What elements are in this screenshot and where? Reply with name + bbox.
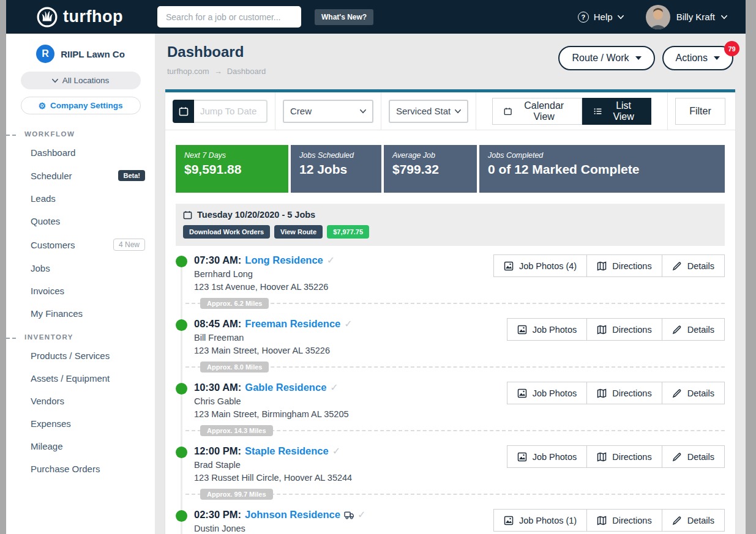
miles-badge: Approx. 6.2 Miles (200, 298, 269, 309)
sidebar-item-leads[interactable]: Leads (6, 187, 155, 210)
download-work-orders-button[interactable]: Download Work Orders (183, 225, 270, 239)
stat-next-7-days: Next 7 Days $9,591.88 (176, 145, 288, 193)
truck-icon (344, 510, 354, 519)
job-address: 123 Main Street, Birmingham AL 35205 (194, 409, 725, 419)
check-icon: ✓ (344, 318, 352, 330)
sidebar-item-scheduler[interactable]: SchedulerBeta! (6, 164, 155, 187)
map-icon (597, 516, 607, 525)
photo-icon (517, 452, 527, 462)
check-icon: ✓ (357, 509, 365, 521)
job-name-link[interactable]: Freeman Residence (245, 318, 340, 330)
job-status-dot (176, 256, 187, 267)
search-input[interactable] (157, 6, 301, 28)
photo-icon (517, 325, 527, 335)
job-status-dot (176, 510, 187, 522)
sidebar: R RIIPL Lawn Co All Locations ⚙ Company … (6, 34, 155, 534)
sidebar-item-dashboard[interactable]: Dashboard (6, 141, 155, 164)
turfhop-logo[interactable]: turfhop (37, 7, 123, 28)
view-route-button[interactable]: View Route (274, 225, 323, 239)
job-name-link[interactable]: Johnson Residence (245, 509, 340, 521)
route-work-button[interactable]: Route / Work (558, 46, 654, 70)
job-photos-button[interactable]: Job Photos (1) (493, 509, 587, 532)
brand-name: turfhop (63, 7, 123, 26)
crew-select[interactable]: Crew (283, 100, 373, 123)
job-name-link[interactable]: Staple Residence (245, 445, 329, 457)
page-title: Dashboard (167, 43, 266, 61)
jump-to-date-input[interactable] (194, 100, 268, 123)
job-row: 08:45 AM: Freeman Residence ✓ Bill Freem… (176, 317, 725, 380)
job-photos-button[interactable]: Job Photos (4) (493, 254, 587, 277)
grass-logo-icon (37, 7, 58, 28)
map-icon (597, 261, 607, 271)
miles-badge: Approx. 99.7 Miles (200, 489, 273, 500)
sidebar-item-assets-equipment[interactable]: Assets / Equipment (6, 367, 155, 390)
actions-button[interactable]: Actions 79 (662, 46, 733, 70)
directions-button[interactable]: Directions (586, 254, 662, 277)
sidebar-item-jobs[interactable]: Jobs (6, 257, 155, 280)
filter-button[interactable]: Filter (675, 98, 725, 125)
filter-toolbar: Crew Serviced Stat Calendar View (165, 92, 735, 130)
sidebar-item-vendors[interactable]: Vendors (6, 390, 155, 412)
left-scrollbar[interactable] (0, 0, 6, 534)
check-icon: ✓ (332, 445, 340, 457)
avatar (646, 5, 670, 29)
job-row: 07:30 AM: Long Residence ✓ Bernhard Long… (176, 253, 725, 317)
job-photos-button[interactable]: Job Photos (507, 445, 588, 468)
sidebar-item-my-finances[interactable]: My Finances (6, 302, 155, 325)
user-menu[interactable]: Billy Kraft (646, 5, 727, 29)
job-status-dot (176, 319, 187, 331)
company-settings-button[interactable]: ⚙ Company Settings (21, 97, 141, 114)
whats-new-button[interactable]: What's New? (315, 9, 373, 25)
job-photos-button[interactable]: Job Photos (507, 318, 588, 341)
pencil-icon (672, 261, 682, 271)
sidebar-item-customers[interactable]: Customers4 New (6, 232, 155, 257)
sidebar-item-quotes[interactable]: Quotes (6, 210, 155, 232)
day-header: Tuesday 10/20/2020 - 5 Jobs Download Wor… (176, 204, 725, 246)
photo-icon (504, 261, 514, 271)
gear-icon: ⚙ (38, 102, 46, 110)
company-header[interactable]: R RIIPL Lawn Co (6, 45, 155, 63)
all-locations-label: All Locations (62, 76, 110, 85)
beta-badge: Beta! (118, 170, 145, 181)
job-status-dot (176, 447, 187, 458)
details-button[interactable]: Details (662, 254, 725, 277)
serviced-status-select[interactable]: Serviced Stat (389, 100, 468, 123)
details-button[interactable]: Details (662, 318, 725, 341)
calendar-view-button[interactable]: Calendar View (492, 98, 582, 125)
page-scrollbar[interactable] (746, 0, 756, 534)
help-menu[interactable]: ? Help (578, 12, 624, 23)
stat-jobs-scheduled: Jobs Scheduled 12 Jobs (291, 145, 381, 193)
job-address: 123 Russet Hill Circle, Hoover AL 35244 (194, 473, 725, 483)
date-picker-button[interactable] (173, 100, 194, 123)
job-name-link[interactable]: Gable Residence (245, 382, 326, 393)
details-button[interactable]: Details (662, 445, 725, 468)
job-name-link[interactable]: Long Residence (245, 254, 323, 266)
directions-button[interactable]: Directions (586, 382, 662, 404)
directions-button[interactable]: Directions (586, 445, 662, 468)
list-view-button[interactable]: List View (582, 98, 651, 125)
breadcrumb-site[interactable]: turfhop.com (167, 67, 209, 76)
miles-badge: Approx. 8.0 Miles (200, 362, 269, 373)
sidebar-item-invoices[interactable]: Invoices (6, 280, 155, 302)
list-icon (594, 106, 602, 116)
job-photos-button[interactable]: Job Photos (507, 382, 588, 404)
breadcrumb-arrow-icon: → (214, 67, 222, 76)
photo-icon (517, 388, 527, 398)
sidebar-item-mileage[interactable]: Mileage (6, 435, 155, 458)
directions-button[interactable]: Directions (586, 318, 662, 341)
day-total-badge[interactable]: $7,977.75 (327, 225, 369, 239)
sidebar-item-expenses[interactable]: Expenses (6, 412, 155, 435)
day-title: Tuesday 10/20/2020 - 5 Jobs (197, 210, 315, 220)
all-locations-dropdown[interactable]: All Locations (21, 72, 141, 89)
details-button[interactable]: Details (662, 382, 725, 404)
breadcrumb: turfhop.com → Dashboard (167, 67, 266, 76)
details-button[interactable]: Details (662, 509, 725, 532)
user-name: Billy Kraft (676, 12, 715, 22)
job-address: 123 1st Avenue, Hoover AL 35226 (194, 282, 725, 292)
directions-button[interactable]: Directions (586, 509, 662, 532)
sidebar-item-purchase-orders[interactable]: Purchase Orders (6, 458, 155, 480)
sidebar-item-products-services[interactable]: Products / Services (6, 344, 155, 367)
help-label: Help (594, 12, 613, 22)
view-toggle: Calendar View List View (492, 98, 651, 125)
chevron-down-icon (721, 14, 727, 20)
